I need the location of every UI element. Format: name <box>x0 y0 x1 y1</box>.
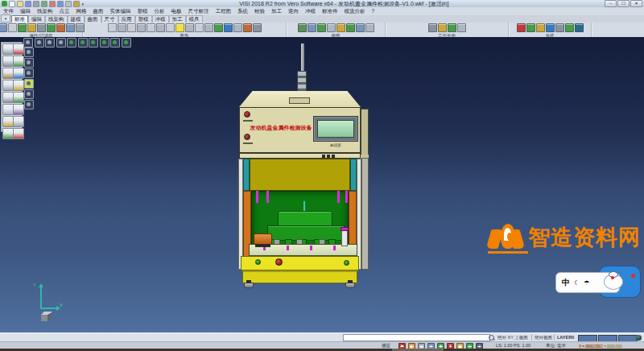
ribbon-icon[interactable] <box>214 23 223 32</box>
ribbon-icon[interactable] <box>365 23 374 32</box>
qat-icon-3[interactable] <box>33 1 39 7</box>
ribbon-icon[interactable] <box>18 23 27 32</box>
menu-item-9[interactable]: 电极 <box>168 7 185 15</box>
palette-icon-2[interactable] <box>2 56 14 67</box>
viewport-side-icon-1[interactable] <box>24 58 34 68</box>
ribbon-icon[interactable] <box>137 23 146 32</box>
viewport-filter-icon-8[interactable] <box>110 38 120 47</box>
viewport-side-icon-2[interactable] <box>24 68 34 78</box>
ribbon-icon[interactable] <box>47 23 56 32</box>
menu-item-8[interactable]: 分析 <box>151 7 168 15</box>
ribbon-icon[interactable] <box>8 23 17 32</box>
ribbon-icon[interactable] <box>185 23 194 32</box>
palette-icon-5[interactable] <box>13 68 24 79</box>
tab-0[interactable]: 标准 <box>11 15 28 23</box>
ribbon-icon[interactable] <box>156 23 165 32</box>
viewport-side-icon-4[interactable] <box>24 89 34 99</box>
status-sphere-icon[interactable] <box>636 335 642 341</box>
view-mode-indicator[interactable]: 绝对 XY 上视图 <box>497 334 528 341</box>
palette-icon-3[interactable] <box>13 56 24 67</box>
skin-icon[interactable]: ☂ <box>584 279 589 287</box>
palette-icon-0[interactable] <box>2 43 14 55</box>
viewport-filter-icon-2[interactable] <box>45 38 55 47</box>
input-method-bar[interactable]: 中 ☾ ☂ <box>554 266 641 298</box>
tab-3[interactable]: 建模 <box>68 15 85 23</box>
ribbon-icon[interactable] <box>555 23 564 32</box>
viewport-side-icon-0[interactable] <box>24 47 34 57</box>
magnifier-icon[interactable] <box>489 335 494 341</box>
ribbon-icon[interactable] <box>66 23 75 32</box>
menu-item-11[interactable]: 工程图 <box>213 7 235 15</box>
viewport-side-icon-3[interactable] <box>24 79 34 89</box>
viewport-filter-icon-7[interactable] <box>100 38 109 47</box>
viewport-filter-icon-5[interactable] <box>78 38 88 47</box>
tab-2[interactable]: 线架构 <box>45 15 68 23</box>
ribbon-icon[interactable] <box>27 23 36 32</box>
qat-icon-8[interactable] <box>73 1 80 7</box>
menu-item-17[interactable]: 标准件 <box>319 7 341 15</box>
menu-item-13[interactable]: 校验 <box>251 7 268 15</box>
menu-item-15[interactable]: 逆向 <box>285 7 302 15</box>
viewport-filter-icon-4[interactable] <box>67 38 76 47</box>
tab-8[interactable]: 冲模 <box>152 15 169 23</box>
palette-icon-1[interactable] <box>13 43 24 55</box>
ime-language-indicator[interactable]: 中 <box>562 277 570 288</box>
ribbon-icon[interactable] <box>0 23 7 32</box>
tab-4[interactable]: 曲面 <box>85 15 101 23</box>
tab-5[interactable]: 尺寸 <box>101 15 118 23</box>
palette-icon-10[interactable] <box>2 104 14 115</box>
ribbon-icon[interactable] <box>457 23 466 32</box>
menu-item-1[interactable]: 编辑 <box>17 7 34 15</box>
ribbon-icon[interactable] <box>166 23 175 32</box>
ribbon-icon[interactable] <box>317 23 326 32</box>
viewport-filter-icon-3[interactable] <box>56 38 66 47</box>
ribbon-icon[interactable] <box>298 23 307 32</box>
ribbon-icon[interactable] <box>108 23 117 32</box>
ribbon-icon[interactable] <box>346 23 355 32</box>
qat-icon-1[interactable] <box>17 1 23 7</box>
qat-icon-0[interactable] <box>9 1 15 7</box>
minimize-button[interactable]: – <box>605 0 617 7</box>
viewport-filter-icon-0[interactable] <box>23 38 33 47</box>
ribbon-icon[interactable] <box>526 23 535 32</box>
ribbon-icon[interactable] <box>565 23 574 32</box>
ribbon-icon[interactable] <box>243 23 252 32</box>
ribbon-icon[interactable] <box>575 23 584 32</box>
viewport-filter-icon-1[interactable] <box>35 38 44 47</box>
palette-icon-12[interactable] <box>2 116 14 127</box>
viewport-filter-icon-6[interactable] <box>89 38 98 47</box>
ribbon-icon[interactable] <box>336 23 345 32</box>
palette-icon-6[interactable] <box>2 80 14 91</box>
menu-item-4[interactable]: 网格 <box>73 7 90 15</box>
menu-item-19[interactable]: ? <box>369 7 378 15</box>
active-layer-indicator[interactable]: LAYER0 <box>557 334 574 341</box>
tabbar-dropdown-icon[interactable]: ▾ <box>1 14 10 23</box>
ribbon-icon[interactable] <box>127 23 136 32</box>
ribbon-icon[interactable] <box>356 23 365 32</box>
palette-icon-9[interactable] <box>13 92 24 103</box>
menu-item-16[interactable]: 冲模 <box>302 7 319 15</box>
coordinate-input[interactable] <box>343 334 490 341</box>
ribbon-icon[interactable] <box>204 23 213 32</box>
qat-icon-5[interactable] <box>49 1 56 7</box>
palette-icon-11[interactable] <box>13 104 24 115</box>
palette-icon-15[interactable] <box>13 128 24 139</box>
menu-item-14[interactable]: 加工 <box>268 7 285 15</box>
ribbon-icon[interactable] <box>536 23 545 32</box>
moon-icon[interactable]: ☾ <box>574 279 580 287</box>
qat-icon-2[interactable] <box>25 1 31 7</box>
menu-item-2[interactable]: 线架构 <box>34 7 56 15</box>
menu-item-5[interactable]: 曲面 <box>90 7 107 15</box>
ribbon-icon[interactable] <box>233 23 242 32</box>
tab-7[interactable]: 塑模 <box>135 15 152 23</box>
ribbon-icon[interactable] <box>175 23 184 32</box>
palette-icon-4[interactable] <box>2 68 14 79</box>
ribbon-icon[interactable] <box>224 23 233 32</box>
tab-1[interactable]: 编辑 <box>28 15 45 23</box>
tab-9[interactable]: 加工 <box>169 15 186 23</box>
ribbon-icon[interactable] <box>327 23 336 32</box>
palette-icon-8[interactable] <box>2 92 14 103</box>
qat-icon-7[interactable] <box>65 1 72 7</box>
viewport-filter-icon-9[interactable] <box>122 38 131 47</box>
3d-viewport[interactable]: 发动机盖金属件检测设备 触摸屏 <box>0 37 644 332</box>
